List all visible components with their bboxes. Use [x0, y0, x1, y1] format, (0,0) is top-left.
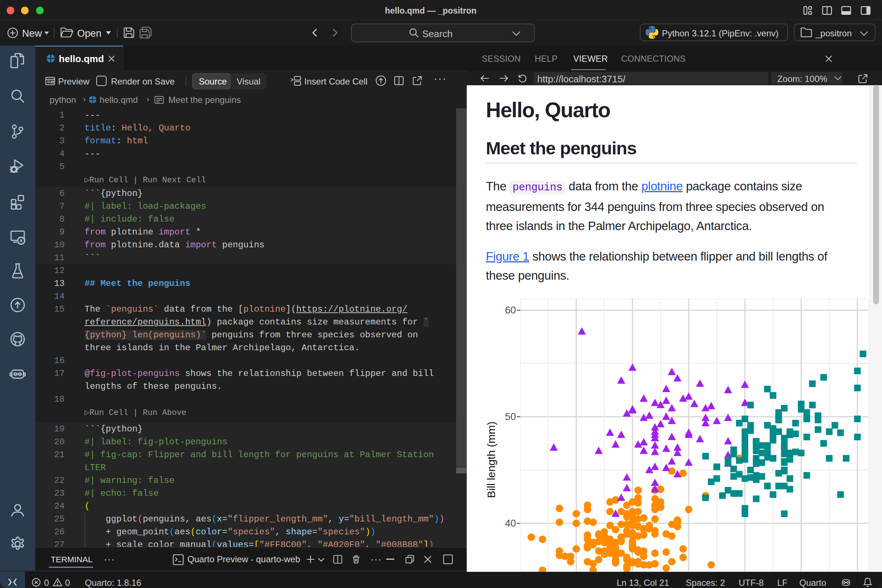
svg-text:Bill length (mm): Bill length (mm) [485, 422, 497, 498]
svg-text:60: 60 [505, 304, 516, 316]
svg-text:40: 40 [505, 518, 516, 529]
svg-text:50: 50 [505, 411, 516, 422]
